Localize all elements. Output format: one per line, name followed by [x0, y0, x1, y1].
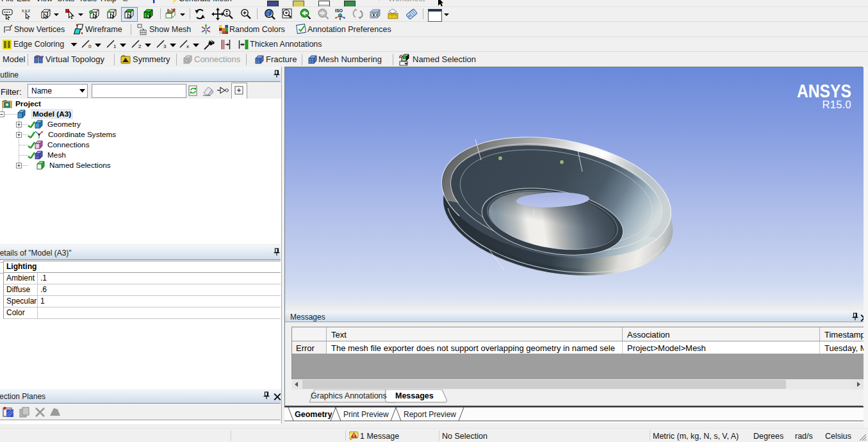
svg-text:2: 2: [138, 44, 142, 49]
svg-text:1: 1: [113, 44, 117, 49]
svg-text:x,y,z: x,y,z: [22, 8, 30, 13]
svg-text:ISO: ISO: [335, 8, 343, 13]
svg-text:Print Preview: Print Preview: [343, 410, 389, 419]
svg-text:Graphics Annotations: Graphics Annotations: [311, 391, 387, 400]
svg-text:Geometry: Geometry: [295, 410, 332, 419]
svg-text:Messages: Messages: [395, 391, 434, 400]
svg-text:Report Preview: Report Preview: [404, 410, 456, 419]
svg-text:x: x: [186, 44, 189, 49]
svg-text:3: 3: [163, 44, 167, 49]
svg-text:0: 0: [88, 44, 92, 49]
